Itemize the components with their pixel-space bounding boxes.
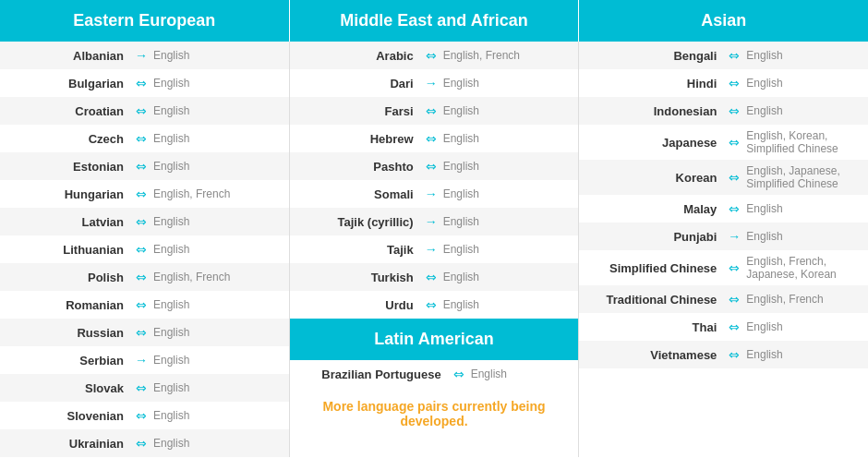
arrow-icon: →: [423, 214, 440, 229]
language-target: English: [443, 104, 479, 117]
arrow-icon: →: [726, 229, 742, 244]
arrow-icon: ⇔: [133, 297, 150, 312]
table-row: Vietnamese ⇔ English: [579, 341, 868, 368]
language-name: Ukrainian: [9, 437, 129, 451]
language-target: English: [153, 77, 189, 90]
arrow-icon: ⇔: [423, 48, 440, 63]
table-row: Somali → English: [290, 180, 579, 208]
language-name: Punjabi: [588, 230, 722, 244]
language-target: English: [153, 298, 189, 311]
arrow-icon: ⇔: [726, 347, 742, 362]
table-row: Indonesian ⇔ English: [579, 97, 868, 125]
language-target: English: [153, 104, 189, 117]
language-name: Hebrew: [299, 132, 419, 146]
language-target: English: [746, 348, 782, 361]
language-name: Russian: [9, 326, 129, 340]
arrow-icon: →: [423, 242, 440, 257]
language-name: Latvian: [9, 215, 129, 229]
arrow-icon: ⇔: [133, 436, 150, 451]
language-name: Czech: [9, 132, 129, 146]
language-name: Korean: [588, 171, 722, 185]
language-target: English: [443, 298, 479, 311]
table-row: Malay ⇔ English: [579, 195, 868, 223]
language-name: Tajik: [299, 243, 419, 257]
arrow-icon: ⇔: [423, 159, 440, 174]
language-name: Tajik (cyrillic): [299, 215, 419, 229]
arrow-icon: ⇔: [726, 292, 742, 307]
table-row: Slovak ⇔ English: [0, 374, 289, 402]
language-target: English: [153, 437, 189, 450]
content-row: Albanian → English Bulgarian ⇔ English C…: [0, 42, 868, 457]
table-row: Arabic ⇔ English, French: [290, 42, 579, 69]
arrow-icon: ⇔: [133, 159, 150, 174]
arrow-icon: ⇔: [133, 242, 150, 257]
language-target: English: [153, 160, 189, 173]
arrow-icon: ⇔: [133, 325, 150, 340]
language-name: Bulgarian: [9, 77, 129, 90]
table-row: Albanian → English: [0, 42, 289, 69]
arrow-icon: ⇔: [451, 367, 467, 381]
language-target: English: [153, 354, 189, 367]
arrow-icon: ⇔: [726, 201, 742, 216]
language-target: English: [443, 77, 479, 90]
language-target: English, French: [153, 187, 230, 200]
language-target: English: [153, 215, 189, 228]
arrow-icon: ⇔: [423, 270, 440, 284]
arrow-icon: ⇔: [133, 76, 150, 90]
arrow-icon: ⇔: [423, 131, 440, 146]
language-target: English: [746, 320, 782, 333]
language-name: Urdu: [299, 298, 419, 312]
language-target: English: [153, 243, 189, 256]
table-row: Brazilian Portuguese ⇔ English: [290, 360, 579, 388]
arrow-icon: ⇔: [423, 103, 440, 118]
table-row: Tajik (cyrillic) → English: [290, 208, 579, 235]
table-row: Tajik → English: [290, 235, 579, 263]
table-row: Russian ⇔ English: [0, 319, 289, 346]
arrow-icon: ⇔: [726, 319, 742, 334]
language-target: English, Japanese, Simplified Chinese: [746, 164, 859, 190]
table-row: Farsi ⇔ English: [290, 97, 579, 125]
arrow-icon: ⇔: [133, 103, 150, 118]
language-target: English: [443, 132, 479, 145]
table-row: Traditional Chinese ⇔ English, French: [579, 285, 868, 313]
header-asian: Asian: [578, 0, 868, 42]
latin-american-header: Latin American: [290, 319, 579, 360]
language-target: English: [746, 202, 782, 215]
arrow-icon: →: [133, 48, 150, 63]
language-target: English, Korean, Simplified Chinese: [746, 129, 859, 155]
arrow-icon: ⇔: [423, 297, 440, 312]
arrow-icon: ⇔: [726, 48, 742, 63]
header-eastern-european: Eastern European: [0, 0, 289, 42]
arrow-icon: ⇔: [726, 135, 742, 150]
table-row: Punjabi → English: [579, 223, 868, 250]
language-target: English: [443, 243, 479, 256]
language-name: Simplified Chinese: [588, 261, 722, 275]
table-row: Lithuanian ⇔ English: [0, 235, 289, 263]
table-row: Croatian ⇔ English: [0, 97, 289, 125]
language-target: English: [746, 49, 782, 62]
language-table: Eastern European Middle East and African…: [0, 0, 868, 457]
table-row: Turkish ⇔ English: [290, 263, 579, 291]
language-target: English: [153, 326, 189, 339]
table-row: Ukrainian ⇔ English: [0, 429, 289, 457]
table-row: Thai ⇔ English: [579, 313, 868, 341]
language-name: Brazilian Portuguese: [299, 368, 447, 381]
table-row: Urdu ⇔ English: [290, 291, 579, 319]
language-name: Hindi: [588, 77, 722, 90]
arrow-icon: →: [423, 76, 440, 90]
language-target: English, French: [443, 49, 520, 62]
table-row: Hungarian ⇔ English, French: [0, 180, 289, 208]
table-row: Polish ⇔ English, French: [0, 263, 289, 291]
table-row: Serbian → English: [0, 346, 289, 374]
column-asian: Bengali ⇔ English Hindi ⇔ English Indone…: [579, 42, 868, 457]
language-target: English: [153, 381, 189, 394]
table-row: Latvian ⇔ English: [0, 208, 289, 235]
language-name: Japanese: [588, 136, 722, 150]
language-target: English: [746, 104, 782, 117]
language-name: Serbian: [9, 354, 129, 368]
table-row: Czech ⇔ English: [0, 125, 289, 152]
arrow-icon: →: [133, 353, 150, 368]
arrow-icon: ⇔: [133, 270, 150, 284]
language-name: Thai: [588, 320, 722, 334]
header-middle-east-african: Middle East and African: [289, 0, 579, 42]
